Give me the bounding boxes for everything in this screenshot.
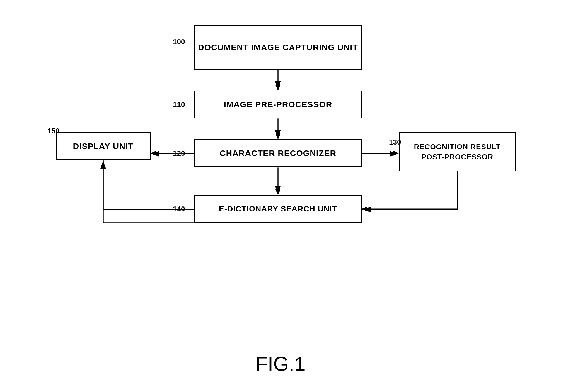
box-recognition-result-postprocessor: RECOGNITION RESULTPOST-PROCESSOR <box>399 132 516 171</box>
figure-label: FIG.1 <box>0 352 561 375</box>
box-document-image-capturing: DOCUMENT IMAGE CAPTURING UNIT <box>194 25 362 70</box>
diagram-container: DOCUMENT IMAGE CAPTURING UNIT 100 IMAGE … <box>0 11 561 318</box>
svg-marker-10 <box>362 206 367 211</box>
box-image-preprocessor: IMAGE PRE-PROCESSOR <box>194 91 362 118</box>
svg-marker-5 <box>393 151 399 156</box>
svg-marker-12 <box>151 151 156 156</box>
box-display-unit: DISPLAY UNIT <box>56 132 151 160</box>
svg-marker-1 <box>275 85 280 91</box>
label-120: 120 <box>173 149 185 158</box>
box-edictionary-search: E-DICTIONARY SEARCH UNIT <box>194 195 362 223</box>
label-110: 110 <box>173 100 185 109</box>
svg-marker-7 <box>275 189 280 195</box>
label-100: 100 <box>173 38 185 46</box>
label-150: 150 <box>47 127 59 135</box>
label-140: 140 <box>173 205 185 213</box>
svg-marker-3 <box>275 134 280 139</box>
box-character-recognizer: CHARACTER RECOGNIZER <box>194 139 362 167</box>
label-130: 130 <box>389 138 401 147</box>
